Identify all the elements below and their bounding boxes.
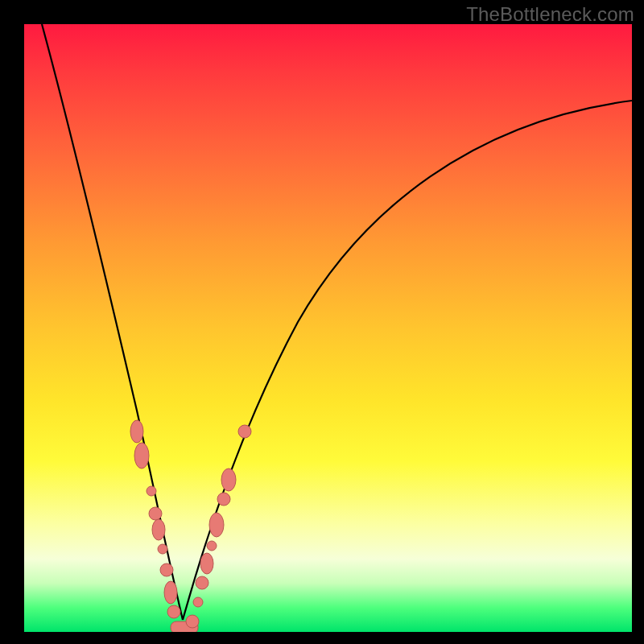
marker-dot bbox=[134, 443, 149, 469]
marker-dot bbox=[186, 615, 199, 628]
marker-dot bbox=[193, 597, 203, 607]
curve-right bbox=[183, 101, 632, 620]
bottleneck-curve-svg bbox=[24, 24, 632, 632]
marker-cluster bbox=[130, 420, 251, 632]
marker-dot bbox=[149, 507, 162, 520]
marker-dot bbox=[209, 513, 224, 537]
marker-dot bbox=[196, 576, 208, 589]
marker-dot bbox=[164, 581, 177, 604]
watermark-text: TheBottleneck.com bbox=[466, 3, 634, 26]
marker-dot bbox=[167, 605, 180, 618]
marker-dot bbox=[160, 564, 173, 576]
marker-dot bbox=[207, 541, 217, 551]
marker-dot bbox=[217, 493, 230, 506]
marker-dot bbox=[200, 553, 213, 574]
marker-dot bbox=[130, 420, 143, 443]
marker-dot bbox=[147, 486, 156, 496]
marker-dot bbox=[158, 544, 167, 554]
marker-dot bbox=[221, 469, 236, 491]
marker-dot bbox=[238, 425, 251, 438]
plot-area bbox=[24, 24, 632, 632]
chart-frame: TheBottleneck.com bbox=[0, 0, 644, 644]
marker-dot bbox=[152, 519, 165, 540]
